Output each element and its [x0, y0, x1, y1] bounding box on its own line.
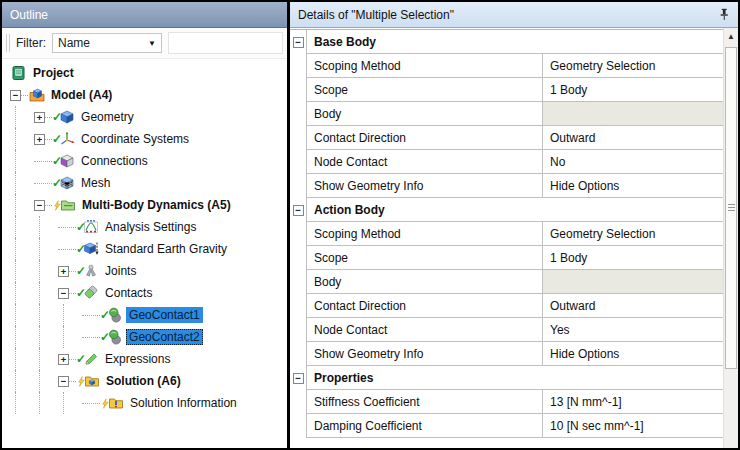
tree-guide-line: [15, 216, 16, 238]
detail-value[interactable]: Geometry Selection: [543, 54, 723, 78]
details-row-body: Body: [290, 270, 723, 294]
model-icon: [29, 87, 45, 103]
detail-label: Body: [307, 102, 543, 126]
details-panel: Details of "Multiple Selection" −Base Bo…: [290, 2, 738, 448]
toolbar-grip-icon[interactable]: [6, 34, 10, 52]
detail-value[interactable]: [543, 270, 723, 294]
detail-label: Stiffness Coefficient: [307, 390, 543, 414]
tree-indent: [2, 227, 58, 228]
tree-item-standard-earth-gravity[interactable]: ✓Standard Earth Gravity: [2, 238, 287, 260]
details-row-contact-direction: Contact DirectionOutward: [290, 294, 723, 318]
detail-label: Contact Direction: [307, 294, 543, 318]
tree-guide-line: [39, 282, 40, 304]
details-title-text: Details of "Multiple Selection": [298, 8, 454, 22]
details-gutter: [290, 390, 307, 414]
lightning-icon: [52, 198, 63, 213]
tree-item-geocontact1[interactable]: ✓GeoContact1: [2, 304, 287, 326]
detail-label: Damping Coefficient: [307, 414, 543, 438]
tree-item-project[interactable]: Project: [2, 62, 287, 84]
details-section-row-properties: −Properties: [290, 366, 723, 390]
collapse-expander-icon[interactable]: −: [34, 200, 45, 211]
pin-icon[interactable]: [719, 8, 730, 21]
tree-connector-line: [45, 117, 52, 118]
collapse-expander-icon[interactable]: −: [58, 376, 69, 387]
filter-name-dropdown[interactable]: Name ▼: [52, 33, 162, 53]
detail-value[interactable]: No: [543, 150, 723, 174]
detail-value[interactable]: 13 [N mm^-1]: [543, 390, 723, 414]
tree-connector-line: [45, 205, 52, 206]
details-scrollbar[interactable]: ▲: [723, 28, 738, 448]
tree-connector-line: [45, 139, 52, 140]
tree-item-joints[interactable]: +✓Joints: [2, 260, 287, 282]
detail-value[interactable]: Outward: [543, 294, 723, 318]
collapse-expander-icon[interactable]: −: [10, 90, 21, 101]
project-icon: [11, 65, 27, 81]
tree-indent: [2, 161, 34, 162]
detail-value[interactable]: [543, 102, 723, 126]
tree-item-analysis-settings[interactable]: ✓Analysis Settings: [2, 216, 287, 238]
expand-expander-icon[interactable]: +: [34, 112, 45, 123]
tree-indent: [2, 315, 82, 316]
tree-guide-line: [63, 326, 64, 348]
tree-indent: [2, 205, 34, 206]
tree-guide-line: [39, 348, 40, 370]
tree-guide-line: [15, 326, 16, 348]
collapse-expander-icon[interactable]: −: [293, 205, 304, 216]
tree-item-solution-information[interactable]: Solution Information: [2, 392, 287, 414]
check-icon: ✓: [100, 308, 110, 322]
detail-value[interactable]: Yes: [543, 318, 723, 342]
tree-item-geometry[interactable]: +✓Geometry: [2, 106, 287, 128]
lightning-icon: [100, 396, 111, 411]
tree-indent: [2, 73, 10, 74]
detail-label: Contact Direction: [307, 126, 543, 150]
collapse-expander-icon[interactable]: −: [58, 288, 69, 299]
tree-item-geocontact2[interactable]: ✓GeoContact2: [2, 326, 287, 348]
tree-item-label: Coordinate Systems: [78, 131, 192, 147]
scrollbar-grip-icon: [728, 204, 735, 212]
scrollbar-thumb[interactable]: [725, 47, 737, 369]
tree-item-label: Multi-Body Dynamics (A5): [79, 197, 234, 213]
detail-value[interactable]: 1 Body: [543, 246, 723, 270]
expand-expander-icon[interactable]: +: [58, 266, 69, 277]
tree-guide-line: [15, 282, 16, 304]
tree-item-mesh[interactable]: ✓Mesh: [2, 172, 287, 194]
tree-item-model-a4[interactable]: −Model (A4): [2, 84, 287, 106]
detail-label: Scoping Method: [307, 54, 543, 78]
expand-expander-icon[interactable]: +: [58, 354, 69, 365]
tree-indent: [2, 139, 34, 140]
check-icon: ✓: [76, 352, 86, 366]
tree-connector-line: [69, 271, 76, 272]
detail-value[interactable]: Geometry Selection: [543, 222, 723, 246]
detail-value[interactable]: 10 [N sec mm^-1]: [543, 414, 723, 438]
details-row-scope: Scope1 Body: [290, 78, 723, 102]
collapse-expander-icon[interactable]: −: [293, 37, 304, 48]
tree-item-multi-body-dynamics-a5[interactable]: −Multi-Body Dynamics (A5): [2, 194, 287, 216]
tree-item-expressions[interactable]: +✓Expressions: [2, 348, 287, 370]
details-gutter: [290, 54, 307, 78]
filter-text-input[interactable]: [168, 32, 283, 54]
details-row-scoping-method: Scoping MethodGeometry Selection: [290, 54, 723, 78]
detail-value[interactable]: 1 Body: [543, 78, 723, 102]
details-gutter: [290, 342, 307, 366]
detail-value[interactable]: Hide Options: [543, 342, 723, 366]
tree-indent: [2, 359, 58, 360]
collapse-expander-icon[interactable]: −: [293, 373, 304, 384]
tree-item-solution-a6[interactable]: −Solution (A6): [2, 370, 287, 392]
tree-item-contacts[interactable]: −✓Contacts: [2, 282, 287, 304]
tree-item-label: Standard Earth Gravity: [102, 241, 230, 257]
scroll-up-arrow-icon[interactable]: ▲: [724, 28, 738, 44]
details-gutter: [290, 222, 307, 246]
tree-item-coordinate-systems[interactable]: +✓Coordinate Systems: [2, 128, 287, 150]
tree-guide-line: [15, 106, 16, 128]
details-panel-title: Details of "Multiple Selection": [290, 2, 738, 28]
tree-connector-line: [69, 381, 76, 382]
detail-value[interactable]: Outward: [543, 126, 723, 150]
details-gutter: [290, 246, 307, 270]
tree-connector-line: [82, 403, 100, 404]
expand-expander-icon[interactable]: +: [34, 134, 45, 145]
tree-item-connections[interactable]: ✓Connections: [2, 150, 287, 172]
tree-connector-line: [58, 227, 76, 228]
tree-item-label: GeoContact1: [126, 307, 203, 323]
tree-guide-line: [15, 238, 16, 260]
detail-value[interactable]: Hide Options: [543, 174, 723, 198]
